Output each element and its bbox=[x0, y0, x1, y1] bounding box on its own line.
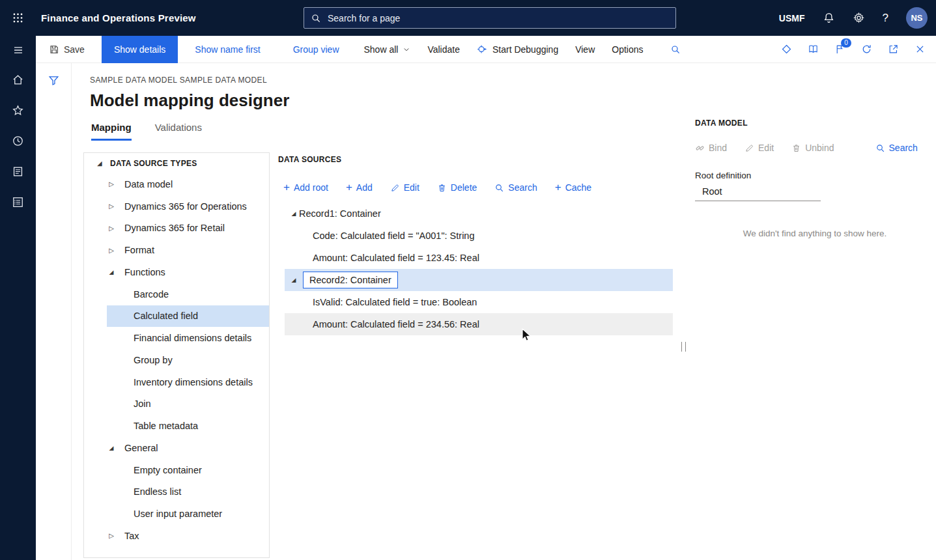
tree-item-empty-container[interactable]: Empty container bbox=[84, 459, 269, 481]
tree-item-label: Empty container bbox=[134, 465, 202, 475]
topbar-right-cluster: USMF ? NS bbox=[779, 0, 936, 36]
nav-favorites-button[interactable] bbox=[0, 95, 36, 126]
amount2-field-row[interactable]: Amount: Calculated field = 234.56: Real bbox=[285, 313, 673, 335]
tab-strip: Mapping Validations bbox=[91, 122, 202, 141]
book-button[interactable] bbox=[808, 44, 819, 55]
close-button[interactable] bbox=[915, 44, 926, 55]
tree-item-calculated-field[interactable]: Calculated field bbox=[107, 305, 269, 328]
data-source-types-panel: ◢ DATA SOURCE TYPES ▷Data model ▷Dynamic… bbox=[83, 152, 270, 558]
settings-gear-icon[interactable] bbox=[853, 12, 865, 24]
show-all-dropdown[interactable]: Show all bbox=[364, 44, 411, 55]
tree-item-inventory-dimensions-details[interactable]: Inventory dimensions details bbox=[84, 371, 269, 393]
tab-validations[interactable]: Validations bbox=[155, 122, 202, 141]
edit-label: Edit bbox=[758, 143, 774, 153]
company-picker[interactable]: USMF bbox=[779, 13, 805, 23]
page: SAMPLE DATA MODEL SAMPLE DATA MODEL Mode… bbox=[72, 63, 936, 560]
search-icon bbox=[311, 13, 321, 23]
isvalid-field-row[interactable]: IsValid: Calculated field = true: Boolea… bbox=[285, 291, 673, 313]
messages-flag-button[interactable]: 0 bbox=[834, 44, 845, 55]
tree-item-format[interactable]: ▷Format bbox=[84, 239, 269, 261]
nav-rail bbox=[0, 36, 36, 560]
nav-forms-button[interactable] bbox=[0, 156, 36, 187]
tree-item-user-input-parameter[interactable]: User input parameter bbox=[84, 503, 269, 525]
nav-workspaces-button[interactable] bbox=[0, 187, 36, 217]
add-root-button[interactable]: +Add root bbox=[283, 182, 328, 193]
unbind-button[interactable]: Unbind bbox=[791, 143, 834, 153]
alerts-bell-icon[interactable] bbox=[823, 12, 835, 24]
topbar: Finance and Operations Preview USMF ? NS bbox=[0, 0, 936, 36]
search-button[interactable]: Search bbox=[875, 143, 918, 153]
tree-item-data-model[interactable]: ▷Data model bbox=[84, 173, 269, 195]
tree-item-financial-dimensions-details[interactable]: Financial dimensions details bbox=[84, 327, 269, 349]
app-launcher-button[interactable] bbox=[0, 0, 36, 36]
delete-button[interactable]: Delete bbox=[437, 182, 477, 193]
add-button[interactable]: +Add bbox=[346, 182, 373, 193]
root-definition-input[interactable]: Root bbox=[695, 186, 821, 201]
save-button[interactable]: Save bbox=[49, 44, 85, 55]
chevron-collapsed-icon[interactable]: ▷ bbox=[106, 247, 117, 254]
panel-splitter-handle[interactable] bbox=[681, 342, 686, 352]
show-name-first-button[interactable]: Show name first bbox=[195, 44, 260, 55]
diamond-button[interactable] bbox=[781, 44, 792, 55]
group-view-button[interactable]: Group view bbox=[293, 44, 339, 55]
chevron-expanded-icon[interactable]: ◢ bbox=[289, 210, 299, 217]
tree-item-dynamics-operations[interactable]: ▷Dynamics 365 for Operations bbox=[84, 195, 269, 217]
tree-item-endless-list[interactable]: Endless list bbox=[84, 481, 269, 503]
show-details-button[interactable]: Show details bbox=[102, 36, 178, 63]
view-menu[interactable]: View bbox=[575, 44, 595, 55]
chevron-expanded-icon[interactable]: ◢ bbox=[106, 445, 117, 451]
open-in-new-window-button[interactable] bbox=[888, 44, 899, 55]
help-button[interactable]: ? bbox=[883, 12, 888, 25]
start-debugging-button[interactable]: Start Debugging bbox=[477, 44, 558, 55]
tree-item-dynamics-retail[interactable]: ▷Dynamics 365 for Retail bbox=[84, 217, 269, 240]
tree-item-tax[interactable]: ▷Tax bbox=[84, 525, 269, 547]
tab-mapping[interactable]: Mapping bbox=[91, 122, 132, 141]
cache-button[interactable]: +Cache bbox=[555, 182, 591, 193]
nav-home-button[interactable] bbox=[0, 64, 36, 95]
data-source-types-header: ◢ DATA SOURCE TYPES bbox=[84, 153, 269, 173]
search-button[interactable]: Search bbox=[494, 182, 537, 193]
search-icon bbox=[494, 183, 504, 193]
chevron-collapsed-icon[interactable]: ▷ bbox=[106, 225, 117, 232]
chevron-collapsed-icon[interactable]: ▷ bbox=[106, 203, 117, 210]
edit-button[interactable]: Edit bbox=[745, 143, 774, 153]
chevron-expanded-icon[interactable]: ◢ bbox=[106, 269, 117, 275]
tree-item-join[interactable]: Join bbox=[84, 393, 269, 415]
field-label: Amount: Calculated field = 234.56: Real bbox=[313, 319, 479, 329]
save-icon bbox=[49, 44, 59, 55]
tree-item-general[interactable]: ◢General bbox=[84, 437, 269, 459]
record2-row[interactable]: ◢Record2: Container bbox=[285, 269, 673, 291]
search-icon bbox=[670, 44, 681, 55]
validate-button[interactable]: Validate bbox=[427, 44, 460, 55]
form-search-button[interactable] bbox=[670, 44, 681, 55]
nav-recent-button[interactable] bbox=[0, 126, 36, 156]
delete-label: Delete bbox=[451, 182, 477, 193]
chevron-collapsed-icon[interactable]: ▷ bbox=[106, 532, 117, 539]
search-label: Search bbox=[508, 182, 537, 193]
command-bar-right-cluster: 0 bbox=[781, 44, 936, 55]
chevron-expanded-icon[interactable]: ◢ bbox=[289, 277, 299, 283]
tree-item-functions[interactable]: ◢Functions bbox=[84, 261, 269, 283]
options-menu[interactable]: Options bbox=[612, 44, 643, 55]
expand-nav-button[interactable] bbox=[0, 36, 36, 64]
code-field-row[interactable]: Code: Calculated field = "A001": String bbox=[285, 225, 673, 247]
notification-badge: 0 bbox=[841, 38, 851, 48]
app-title: Finance and Operations Preview bbox=[41, 12, 196, 23]
edit-button[interactable]: Edit bbox=[390, 182, 419, 193]
collapse-expanded-icon[interactable]: ◢ bbox=[94, 160, 105, 167]
pencil-icon bbox=[745, 143, 754, 153]
chevron-collapsed-icon[interactable]: ▷ bbox=[106, 180, 117, 188]
tree-item-barcode[interactable]: Barcode bbox=[84, 283, 269, 305]
filter-funnel-icon[interactable] bbox=[48, 74, 60, 87]
refresh-button[interactable] bbox=[861, 44, 872, 55]
page-search-box[interactable] bbox=[304, 7, 676, 29]
tree-item-table-metadata[interactable]: Table metadata bbox=[84, 415, 269, 437]
open-in-new-icon bbox=[888, 44, 899, 55]
field-label: Amount: Calculated field = 123.45: Real bbox=[313, 253, 479, 263]
page-search-input[interactable] bbox=[326, 12, 669, 24]
bind-button[interactable]: Bind bbox=[695, 143, 727, 153]
amount-field-row[interactable]: Amount: Calculated field = 123.45: Real bbox=[285, 247, 673, 269]
record1-row[interactable]: ◢Record1: Container bbox=[285, 203, 673, 225]
avatar[interactable]: NS bbox=[906, 7, 928, 29]
tree-item-group-by[interactable]: Group by bbox=[84, 349, 269, 371]
